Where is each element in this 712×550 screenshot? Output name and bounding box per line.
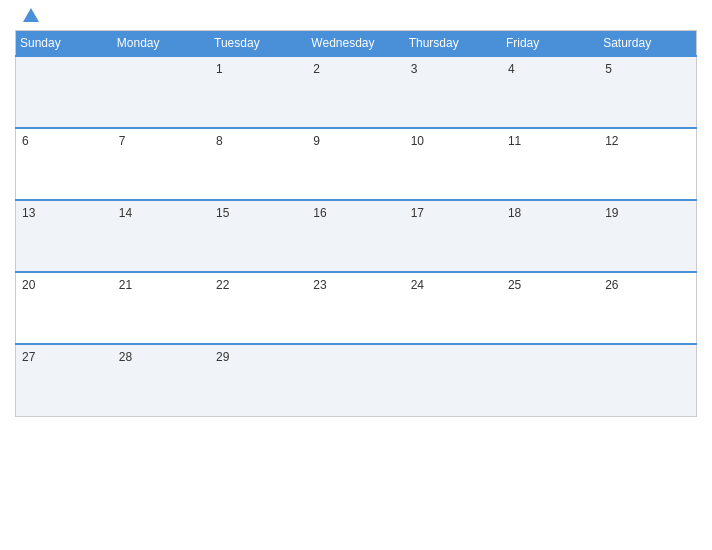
calendar-day-cell: 23 [307,272,404,344]
day-number: 4 [508,62,515,76]
day-number: 13 [22,206,35,220]
calendar-header [15,10,697,22]
calendar-day-cell: 29 [210,344,307,416]
day-number: 21 [119,278,132,292]
calendar-day-cell: 24 [405,272,502,344]
calendar-day-cell: 7 [113,128,210,200]
calendar-day-cell [502,344,599,416]
calendar-table: Sunday Monday Tuesday Wednesday Thursday… [15,30,697,417]
day-number: 8 [216,134,223,148]
calendar-day-cell: 14 [113,200,210,272]
calendar-day-cell [405,344,502,416]
day-number: 1 [216,62,223,76]
calendar-day-cell: 1 [210,56,307,128]
calendar-day-cell: 22 [210,272,307,344]
calendar-day-cell: 18 [502,200,599,272]
calendar-day-cell: 26 [599,272,696,344]
day-number: 9 [313,134,320,148]
col-wednesday: Wednesday [307,31,404,57]
day-number: 3 [411,62,418,76]
day-number: 15 [216,206,229,220]
day-number: 25 [508,278,521,292]
calendar-day-cell: 5 [599,56,696,128]
col-monday: Monday [113,31,210,57]
calendar-day-cell [307,344,404,416]
calendar-day-cell: 15 [210,200,307,272]
day-number: 27 [22,350,35,364]
col-thursday: Thursday [405,31,502,57]
calendar-day-cell: 17 [405,200,502,272]
calendar-day-cell: 4 [502,56,599,128]
day-number: 18 [508,206,521,220]
logo-triangle-icon [23,8,39,22]
day-number: 26 [605,278,618,292]
day-number: 5 [605,62,612,76]
day-number: 24 [411,278,424,292]
calendar-day-cell: 25 [502,272,599,344]
calendar-day-cell: 11 [502,128,599,200]
calendar-header-row: Sunday Monday Tuesday Wednesday Thursday… [16,31,697,57]
day-number: 16 [313,206,326,220]
calendar-day-cell: 3 [405,56,502,128]
calendar-day-cell: 13 [16,200,113,272]
calendar-day-cell [113,56,210,128]
day-number: 22 [216,278,229,292]
day-number: 11 [508,134,521,148]
calendar-body: 1234567891011121314151617181920212223242… [16,56,697,416]
day-number: 17 [411,206,424,220]
logo-general-text [20,10,39,22]
calendar-week-row: 20212223242526 [16,272,697,344]
col-saturday: Saturday [599,31,696,57]
calendar-week-row: 12345 [16,56,697,128]
day-number: 28 [119,350,132,364]
day-number: 7 [119,134,126,148]
col-sunday: Sunday [16,31,113,57]
calendar-day-cell: 27 [16,344,113,416]
col-friday: Friday [502,31,599,57]
day-number: 23 [313,278,326,292]
calendar-day-cell: 2 [307,56,404,128]
calendar-week-row: 272829 [16,344,697,416]
calendar-day-cell: 8 [210,128,307,200]
calendar-day-cell [599,344,696,416]
calendar-day-cell: 16 [307,200,404,272]
calendar-week-row: 13141516171819 [16,200,697,272]
calendar-week-row: 6789101112 [16,128,697,200]
day-number: 12 [605,134,618,148]
calendar-day-cell [16,56,113,128]
day-number: 19 [605,206,618,220]
calendar-day-cell: 10 [405,128,502,200]
calendar-day-cell: 9 [307,128,404,200]
calendar-day-cell: 6 [16,128,113,200]
day-number: 14 [119,206,132,220]
day-number: 2 [313,62,320,76]
day-number: 6 [22,134,29,148]
day-number: 29 [216,350,229,364]
calendar-day-cell: 19 [599,200,696,272]
col-tuesday: Tuesday [210,31,307,57]
day-number: 10 [411,134,424,148]
calendar-day-cell: 12 [599,128,696,200]
calendar-day-cell: 20 [16,272,113,344]
day-number: 20 [22,278,35,292]
calendar-day-cell: 21 [113,272,210,344]
logo [20,10,39,22]
calendar-day-cell: 28 [113,344,210,416]
calendar-container: Sunday Monday Tuesday Wednesday Thursday… [0,0,712,550]
